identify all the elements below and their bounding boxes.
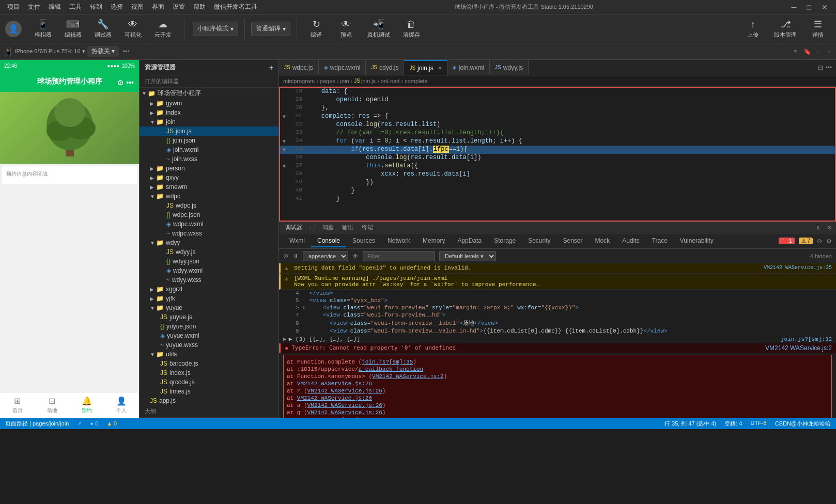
tab-join-wxml[interactable]: ◈ join.wxml [447,60,490,75]
file-qrcode-js[interactable]: JS qrcode.js [140,377,278,387]
page-path-link[interactable]: ↗ [77,420,82,427]
phone-menu-icon[interactable]: ••• [126,78,134,87]
panel-tab-problems[interactable]: 问题 [320,223,336,232]
tab-wdyy-js[interactable]: JS wdyy.js [490,60,529,75]
bc-join[interactable]: join [340,78,349,84]
file-yuyue-wxss[interactable]: ~ yuyue.wxss [140,340,278,350]
code-editor[interactable]: 28 data: { 29 openid: openid 30 [279,87,836,222]
stack-link[interactable]: VM2142 WAService.js:26 [297,417,372,418]
file-join-wxss[interactable]: ~ join.wxss [140,154,278,164]
stack-link[interactable]: a_callback function [359,366,423,372]
tab-profile[interactable]: 👤 个人 [116,396,127,414]
version-button[interactable]: ⎇ 版本管理 [770,17,801,41]
dev-tab-audits[interactable]: Audits [616,235,645,247]
stack-link[interactable]: VM2142 WAService.js:26 [307,410,382,416]
debugger-button[interactable]: 🔧 调试器 [90,17,116,41]
panel-tab-output[interactable]: 输出 [340,223,355,232]
nav-forward[interactable]: → [826,48,832,55]
dev-tab-mock[interactable]: Mock [589,235,616,247]
stack-link[interactable]: VM2142 WAService.js:26 [307,388,382,394]
folder-yuyue[interactable]: ▼ 📁 yuyue [140,303,278,312]
panel-close-button[interactable]: ✕ [827,224,832,231]
dev-tab-memory[interactable]: Memory [416,235,451,247]
file-join-js[interactable]: JS join.js [140,127,278,136]
menu-help[interactable]: 帮助 [190,2,209,12]
clear-console-icon[interactable]: ⊘ [817,238,822,245]
dev-tab-storage[interactable]: Storage [488,235,522,247]
stack-link[interactable]: VM2142 WAService.js:26 [297,395,372,401]
dev-tab-sources[interactable]: Sources [346,235,381,247]
bc-miniprogram[interactable]: miniprogram [283,78,315,84]
panel-tab-terminal[interactable]: 终端 [360,223,375,232]
folder-index[interactable]: ▶ 📁 index [140,108,278,117]
real-debug-button[interactable]: 📲 真机调试 [363,17,394,41]
console-pause-icon[interactable]: ⏸ [292,253,299,260]
user-avatar[interactable]: 👤 [5,21,22,37]
folder-wdyy[interactable]: ▼ 📁 wdyy [140,238,278,247]
console-filter-input[interactable] [363,251,435,261]
file-wdpc-wxml[interactable]: ◈ wdpc.wxml [140,219,278,229]
sidebar-toggle[interactable]: ≡ [794,48,797,55]
stack-link[interactable]: VM2142 WAService.js:2 [372,373,444,380]
tab-booking[interactable]: 🔔 预约 [82,396,92,414]
folder-yjfk[interactable]: ▶ 📁 yjfk [140,294,278,303]
bc-complete[interactable]: complete [405,78,428,84]
simulator-button[interactable]: 📱 模拟器 [30,17,56,41]
tab-venue[interactable]: ⊡ 场地 [47,396,57,414]
file-wdpc-js[interactable]: JS wdpc.js [140,201,278,210]
tab-cdyd-js[interactable]: JS cdyd.js [366,60,404,75]
dev-tab-trace[interactable]: Trace [646,235,674,247]
bc-join-js[interactable]: JS join.js [354,78,376,84]
file-barcode-js[interactable]: JS barcode.js [140,359,278,368]
menu-view[interactable]: 视图 [128,2,147,12]
context-select[interactable]: appservice [303,251,348,261]
tab-wdpc-wxml[interactable]: ◈ wdpc.wxml [319,60,366,75]
warning-source[interactable]: VM2142 WAService.js:35 [764,265,832,271]
clear-cache-button[interactable]: 🗑 清缓存 [398,17,424,41]
stack-link[interactable]: join.js?[sm]:35 [362,359,413,365]
folder-person[interactable]: ▶ 📁 person [140,164,278,173]
editor-button[interactable]: ⌨ 编辑器 [60,17,86,41]
menu-select[interactable]: 选择 [107,2,126,12]
file-app-js[interactable]: JS app.js [140,396,278,405]
file-wdyy-wxss[interactable]: ~ wdyy.wxss [140,275,278,285]
log-levels-select[interactable]: Default levels ▾ [439,251,496,261]
tab-close-button[interactable]: ✕ [438,65,442,71]
stack-link[interactable]: VM2142 WAService.js:26 [307,402,382,408]
bc-onload[interactable]: onLoad [381,78,400,84]
console-stop-icon[interactable]: ⊘ [283,253,288,260]
menu-tools[interactable]: 工具 [66,2,85,12]
hot-close-dropdown[interactable]: 热载关 ▾ [87,46,119,57]
stack-link[interactable]: VM2142 WAService.js:26 [297,381,372,387]
compile-button[interactable]: ↻ 编译 [303,17,329,41]
menu-settings[interactable]: 设置 [169,2,188,12]
split-editor-icon[interactable]: ⊟ [818,64,823,71]
folder-qxyy[interactable]: ▶ 📁 qxyy [140,173,278,182]
minimize-button[interactable]: ─ [787,3,801,11]
detail-button[interactable]: ☰ 详情 [805,17,831,41]
folder-gywm[interactable]: ▶ 📁 gywm [140,99,278,108]
panel-tab-debugger[interactable]: 调试器 [283,223,304,232]
cloud-button[interactable]: ☁ 云开发 [150,17,176,41]
expand-arrow[interactable]: ▶ [283,336,287,342]
close-button[interactable]: ✕ [817,3,832,11]
file-wdpc-wxss[interactable]: ~ wdpc.wxss [140,229,278,238]
file-join-wxml[interactable]: ◈ join.wxml [140,145,278,154]
menu-goto[interactable]: 转到 [87,2,105,12]
menu-wechat-dev[interactable]: 微信开发者工具 [211,2,260,12]
mode-dropdown[interactable]: 小程序模式 ▾ [193,22,238,36]
dev-tab-security[interactable]: Security [522,235,556,247]
dev-tab-network[interactable]: Network [381,235,416,247]
explorer-add-icon[interactable]: + [269,64,273,72]
folder-utils[interactable]: ▼ 📁 utils [140,350,278,359]
dev-tab-vulnerability[interactable]: Vulnerability [674,235,720,247]
maximize-button[interactable]: □ [803,3,815,11]
folder-xggrzl[interactable]: ▶ 📁 xggrzl [140,285,278,294]
visual-button[interactable]: 👁 可视化 [120,17,146,41]
collapsed-source-link[interactable]: join.js?[sm]:32 [781,336,832,342]
settings-icon[interactable]: ⚙ [826,238,832,245]
folder-wdpc[interactable]: ▼ 📁 wdpc [140,192,278,201]
folder-smewm[interactable]: ▶ 📁 smewm [140,182,278,192]
error-source-link[interactable]: VM2142 WAService.js:2 [765,344,832,352]
file-wdyy-json[interactable]: {} wdyy.json [140,257,278,266]
